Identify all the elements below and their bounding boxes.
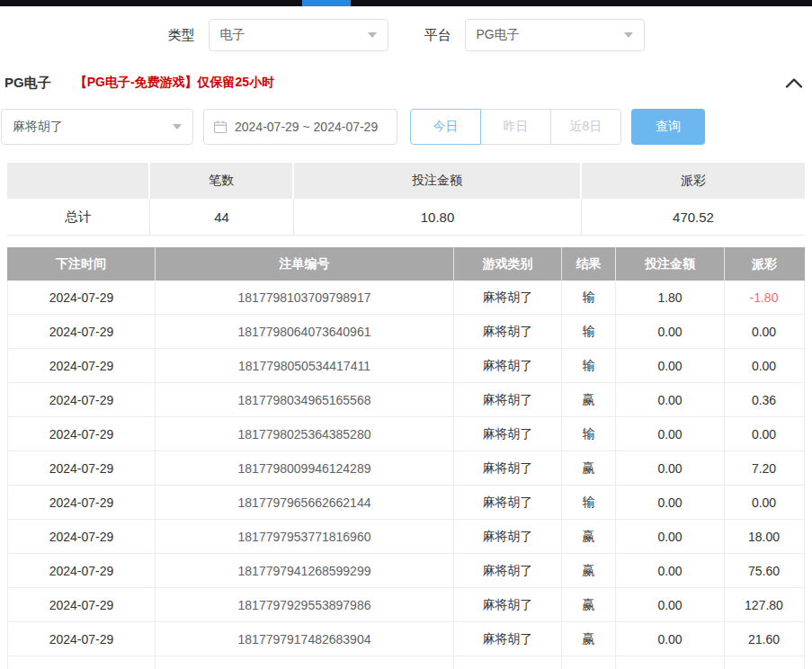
type-label: 类型: [168, 27, 195, 44]
table-row: [8, 656, 804, 669]
cell-result: [562, 656, 616, 669]
section-notice: 【PG电子-免费游戏】仅保留25小时: [75, 75, 274, 91]
table-row: 2024-07-29 1817798009946124289 麻将胡了 赢 0.…: [8, 451, 804, 486]
summary-count-value: 44: [150, 199, 294, 235]
chevron-up-icon: [785, 78, 803, 88]
cell-bet-date: 2024-07-29: [8, 520, 156, 553]
cell-payout: 75.60: [725, 554, 803, 587]
date-range-picker[interactable]: 2024-07-29 ~ 2024-07-29: [203, 109, 397, 145]
bet-table-body: 2024-07-29 1817798103709798917 麻将胡了 输 1.…: [7, 281, 805, 669]
cell-payout: 21.60: [725, 622, 803, 656]
cell-order-id: 1817798009946124289: [156, 451, 454, 485]
summary-table: 笔数 投注金额 派彩 总计 44 10.80 470.52: [7, 163, 805, 236]
cell-result: 输: [562, 417, 616, 450]
cell-bet-amount: 0.00: [616, 554, 725, 587]
cell-result: 赢: [562, 622, 616, 656]
browser-top-strip: [0, 0, 812, 6]
summary-header-count: 笔数: [150, 163, 294, 199]
filter-row: 类型 电子 平台 PG电子: [0, 19, 812, 51]
collapse-toggle[interactable]: [785, 78, 803, 88]
chevron-down-icon: [624, 32, 633, 38]
cell-payout: 127.80: [725, 588, 803, 621]
bet-table: 下注时间 注单编号 游戏类别 结果 投注金额 派彩 2024-07-29 181…: [7, 247, 805, 669]
game-select-value: 麻将胡了: [13, 119, 63, 135]
cell-bet-amount: 0.00: [616, 588, 725, 621]
cell-game-type: 麻将胡了: [454, 451, 562, 485]
cell-game-type: 麻将胡了: [454, 588, 562, 621]
cell-payout: 0.00: [725, 417, 803, 450]
cell-bet-amount: 0.00: [616, 315, 725, 348]
platform-select[interactable]: PG电子: [465, 19, 645, 51]
quick-range-group: 今日 昨日 近8日: [410, 109, 621, 145]
cell-order-id: 1817797929553897986: [156, 588, 454, 621]
cell-bet-amount: [616, 656, 725, 669]
cell-order-id: 1817798064073640961: [156, 315, 454, 348]
table-row: 2024-07-29 1817797929553897986 麻将胡了 赢 0.…: [8, 588, 804, 622]
cell-bet-amount: 0.00: [616, 520, 725, 553]
header-payout: 派彩: [725, 247, 804, 281]
table-row: 2024-07-29 1817798103709798917 麻将胡了 输 1.…: [8, 281, 804, 315]
last-8-days-button[interactable]: 近8日: [550, 109, 621, 145]
cell-game-type: 麻将胡了: [454, 520, 562, 553]
bet-table-header: 下注时间 注单编号 游戏类别 结果 投注金额 派彩: [7, 247, 805, 281]
date-range-value: 2024-07-29 ~ 2024-07-29: [235, 120, 378, 134]
cell-bet-date: 2024-07-29: [8, 486, 156, 519]
summary-header-bet-amount: 投注金额: [294, 163, 582, 199]
cell-bet-date: 2024-07-29: [8, 451, 156, 485]
yesterday-button[interactable]: 昨日: [480, 109, 551, 145]
game-select[interactable]: 麻将胡了: [1, 109, 193, 145]
cell-order-id: [156, 656, 454, 669]
cell-result: 输: [562, 281, 616, 314]
cell-bet-amount: 0.00: [616, 349, 725, 382]
cell-bet-date: 2024-07-29: [8, 554, 156, 587]
today-button[interactable]: 今日: [410, 109, 481, 145]
cell-order-id: 1817798103709798917: [156, 281, 454, 314]
cell-game-type: 麻将胡了: [454, 486, 562, 519]
query-row: 麻将胡了 2024-07-29 ~ 2024-07-29 今日 昨日 近8日 查…: [0, 109, 812, 145]
cell-payout: 18.00: [725, 520, 803, 553]
cell-result: 输: [562, 486, 616, 519]
search-button[interactable]: 查询: [631, 109, 705, 145]
cell-bet-amount: 1.80: [616, 281, 725, 314]
summary-header-payout: 派彩: [582, 163, 805, 199]
type-select[interactable]: 电子: [209, 19, 388, 51]
cell-payout: 0.00: [725, 486, 803, 519]
table-row: 2024-07-29 1817797917482683904 麻将胡了 赢 0.…: [8, 622, 804, 656]
cell-payout: 0.00: [725, 315, 803, 348]
table-row: 2024-07-29 1817797953771816960 麻将胡了 赢 0.…: [8, 520, 804, 554]
summary-total-label: 总计: [7, 199, 150, 235]
table-row: 2024-07-29 1817798050534417411 麻将胡了 输 0.…: [8, 349, 804, 383]
cell-game-type: 麻将胡了: [454, 554, 562, 587]
cell-bet-date: 2024-07-29: [8, 281, 156, 314]
table-row: 2024-07-29 1817797965662662144 麻将胡了 输 0.…: [8, 486, 804, 520]
header-game-type: 游戏类别: [454, 247, 562, 281]
cell-result: 赢: [562, 451, 616, 485]
cell-result: 输: [562, 315, 616, 348]
cell-game-type: 麻将胡了: [454, 315, 562, 348]
table-row: 2024-07-29 1817798025364385280 麻将胡了 输 0.…: [8, 417, 804, 451]
header-result: 结果: [562, 247, 616, 281]
cell-bet-amount: 0.00: [616, 383, 725, 416]
cell-result: 赢: [562, 520, 616, 553]
cell-result: 赢: [562, 554, 616, 587]
cell-game-type: [454, 656, 562, 669]
cell-order-id: 1817798050534417411: [156, 349, 454, 382]
cell-bet-amount: 0.00: [616, 486, 725, 519]
section-title: PG电子: [4, 75, 51, 92]
cell-payout: 0.00: [725, 349, 803, 382]
summary-bet-amount-value: 10.80: [294, 199, 582, 235]
section-header: PG电子 【PG电子-免费游戏】仅保留25小时: [0, 71, 812, 94]
cell-result: 赢: [562, 383, 616, 416]
cell-bet-date: [8, 656, 156, 669]
cell-bet-date: 2024-07-29: [8, 315, 156, 348]
cell-payout: 7.20: [725, 451, 803, 485]
header-bet-time: 下注时间: [7, 247, 156, 281]
cell-bet-date: 2024-07-29: [8, 417, 156, 450]
cell-game-type: 麻将胡了: [454, 383, 562, 416]
table-row: 2024-07-29 1817797941268599299 麻将胡了 赢 0.…: [8, 554, 804, 588]
cell-game-type: 麻将胡了: [454, 349, 562, 382]
cell-order-id: 1817797941268599299: [156, 554, 454, 587]
type-select-value: 电子: [220, 27, 245, 43]
active-tab-indicator: [302, 0, 351, 6]
cell-order-id: 1817798034965165568: [156, 383, 454, 416]
